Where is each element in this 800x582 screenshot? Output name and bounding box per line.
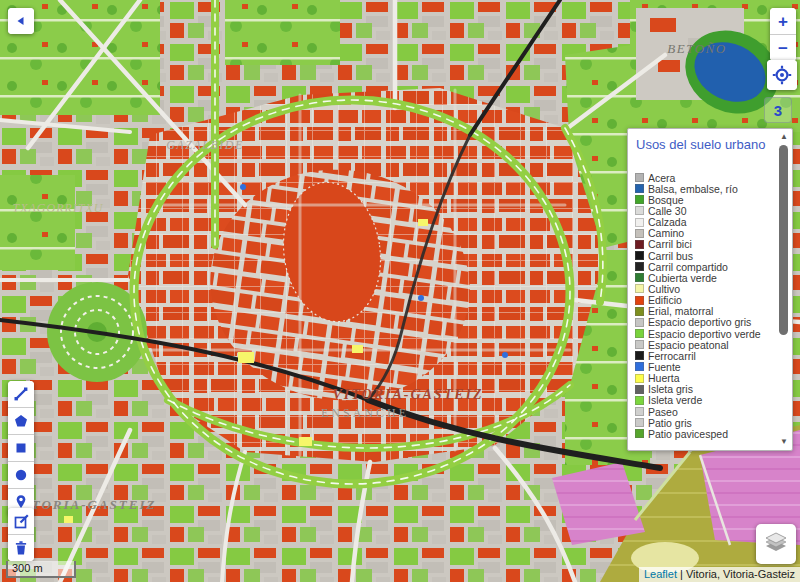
attribution-bar: Leaflet | Vitoria, Vitoria-Gasteiz: [639, 567, 800, 582]
legend-item: Ferrocarril: [635, 350, 792, 361]
scale-bar: 300 m: [6, 561, 76, 578]
legend-swatch: [635, 429, 644, 438]
legend-swatch: [635, 307, 644, 316]
legend-item: Cubierta verde: [635, 272, 792, 283]
scrollbar-thumb[interactable]: [779, 145, 788, 335]
legend-item: Isleta gris: [635, 384, 792, 395]
legend-item: Carril bus: [635, 250, 792, 261]
legend-swatch: [635, 296, 644, 305]
legend-item: Calle 30: [635, 205, 792, 216]
legend-item: Patio gris: [635, 417, 792, 428]
legend-swatch: [635, 262, 644, 271]
legend-swatch: [635, 184, 644, 193]
legend-swatch: [635, 362, 644, 371]
draw-polygon-button[interactable]: [8, 407, 34, 434]
legend-swatch: [635, 418, 644, 427]
legend-item: Isleta verde: [635, 395, 792, 406]
locate-button[interactable]: [767, 60, 797, 90]
legend-swatch: [635, 218, 644, 227]
label-txagorritxu: TXAGORRITXU: [13, 201, 104, 215]
rectangle-icon: [13, 440, 29, 456]
edit-pencil-icon: [13, 513, 30, 530]
faded-zoom-badge[interactable]: 3: [764, 97, 792, 123]
label-vitoria-sw: VITORIA-GASTEIZ: [14, 497, 156, 512]
scroll-down-icon[interactable]: ▼: [777, 437, 791, 447]
legend-item: Espacio deportivo verde: [635, 328, 792, 339]
edit-layers-button[interactable]: [8, 508, 34, 534]
polygon-icon: [13, 413, 29, 429]
zoom-in-button[interactable]: +: [770, 8, 796, 34]
legend-item: Balsa, embalse, río: [635, 183, 792, 194]
legend-item: Bosque: [635, 194, 792, 205]
legend-swatch: [635, 407, 644, 416]
legend-swatch: [635, 240, 644, 249]
scroll-up-icon[interactable]: ▲: [777, 132, 791, 142]
draw-rectangle-button[interactable]: [8, 434, 34, 461]
legend-items: AceraBalsa, embalse, ríoBosqueCalle 30Ca…: [628, 172, 792, 439]
label-ensanche: ENSANCHE: [321, 406, 409, 420]
legend-swatch: [635, 173, 644, 182]
zoom-control: + −: [770, 8, 796, 61]
legend-item: Erial, matorral: [635, 306, 792, 317]
legend-item: Patio pavicesped: [635, 428, 792, 439]
legend-item: Edificio: [635, 295, 792, 306]
legend-swatch: [635, 340, 644, 349]
sidebar-collapse-button[interactable]: [8, 8, 34, 34]
legend-swatch: [635, 273, 644, 282]
legend-item: Cultivo: [635, 283, 792, 294]
edit-toolbar: [8, 508, 34, 561]
attribution-text: Vitoria, Vitoria-Gasteiz: [686, 568, 795, 580]
zoom-out-button[interactable]: −: [770, 34, 796, 61]
label-gazalbide: GAZALBIDE: [166, 138, 244, 152]
legend-item: Carril compartido: [635, 261, 792, 272]
legend-swatch: [635, 206, 644, 215]
circle-icon: [13, 467, 29, 483]
legend-item: Calzada: [635, 217, 792, 228]
draw-polyline-button[interactable]: [8, 381, 34, 407]
legend-item: Carril bici: [635, 239, 792, 250]
legend-panel: Usos del suelo urbano AceraBalsa, embals…: [627, 128, 793, 451]
draw-circle-button[interactable]: [8, 461, 34, 488]
legend-swatch: [635, 329, 644, 338]
legend-swatch: [635, 351, 644, 360]
locate-target-icon: [772, 65, 792, 85]
triangle-left-icon: [14, 14, 28, 28]
layers-icon: [763, 529, 789, 559]
locate-control: [767, 60, 797, 90]
legend-swatch: [635, 251, 644, 260]
legend-swatch: [635, 396, 644, 405]
label-betono: BETOÑO: [667, 41, 726, 56]
legend-item: Huerta: [635, 373, 792, 384]
legend-swatch: [635, 374, 644, 383]
legend-item: Espacio peatonal: [635, 339, 792, 350]
legend-swatch: [635, 284, 644, 293]
legend-item: Acera: [635, 172, 792, 183]
map-app: BETOÑO GAZALBIDE TXAGORRITXU VITORIA-GAS…: [0, 0, 800, 582]
legend-scrollbar[interactable]: ▲ ▼: [777, 132, 791, 447]
legend-item: Camino: [635, 228, 792, 239]
trash-icon: [13, 540, 29, 556]
legend-swatch: [635, 385, 644, 394]
legend-swatch: [635, 195, 644, 204]
sidebar-toggle-bar: [8, 8, 34, 34]
label-vitoria-gasteiz: VITORIA-GASTEIZ: [332, 387, 483, 402]
polyline-icon: [13, 386, 29, 402]
layers-control[interactable]: [756, 524, 796, 564]
legend-item-label: Patio pavicesped: [648, 428, 728, 440]
leaflet-link[interactable]: Leaflet: [644, 568, 677, 580]
delete-layers-button[interactable]: [8, 534, 34, 561]
legend-item: Fuente: [635, 361, 792, 372]
legend-item: Espacio deportivo gris: [635, 317, 792, 328]
draw-toolbar: [8, 381, 34, 515]
attribution-separator: |: [677, 568, 686, 580]
legend-title: Usos del suelo urbano: [628, 129, 792, 152]
legend-swatch: [635, 229, 644, 238]
legend-swatch: [635, 318, 644, 327]
legend-item: Paseo: [635, 406, 792, 417]
